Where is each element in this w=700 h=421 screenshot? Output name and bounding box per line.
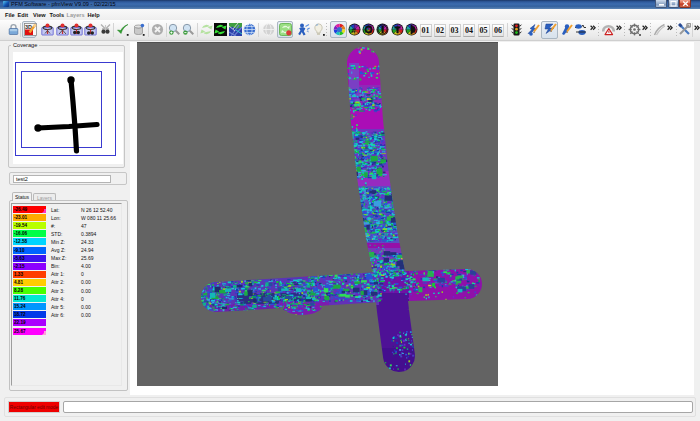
svg-text:#: # [352,26,357,35]
